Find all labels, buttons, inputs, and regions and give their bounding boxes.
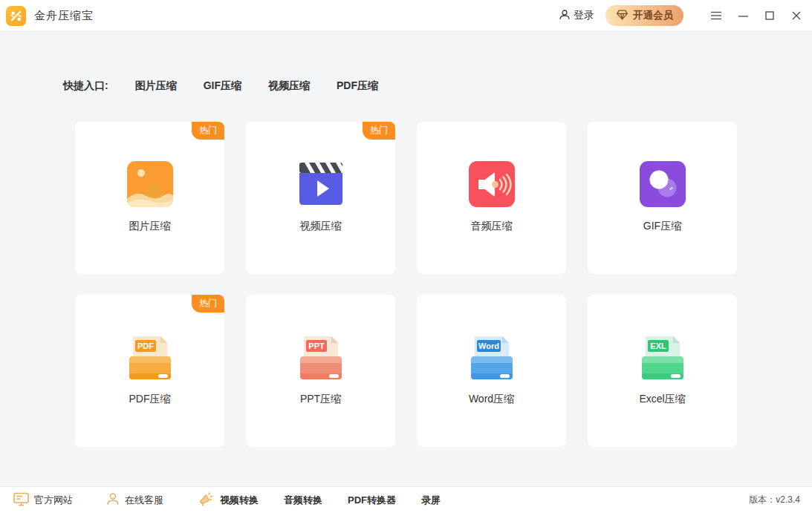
footer-tools: 视频转换 音频转换 PDF转换器 录屏 xyxy=(198,491,441,509)
user-icon xyxy=(559,9,571,23)
login-label: 登录 xyxy=(574,9,594,22)
quick-entry-label: 快捷入口: xyxy=(63,79,108,93)
svg-text:PDF: PDF xyxy=(137,342,154,350)
card-label: 图片压缩 xyxy=(129,220,171,233)
customer-service-label: 在线客服 xyxy=(125,494,163,507)
quick-link-pdf[interactable]: PDF压缩 xyxy=(337,79,378,93)
menu-icon[interactable] xyxy=(711,10,721,21)
customer-service-link[interactable]: 在线客服 xyxy=(106,492,163,508)
gif-compress-icon xyxy=(639,160,686,208)
hot-badge: 热门 xyxy=(192,295,224,313)
card-gif-compress[interactable]: GIF压缩 xyxy=(588,122,737,274)
footer: 官方网站 在线客服 视频转换 xyxy=(0,486,812,513)
video-convert-link[interactable]: 视频转换 xyxy=(198,491,259,509)
hot-badge: 热门 xyxy=(363,122,395,140)
card-pdf-compress[interactable]: 热门 PDF PDF压缩 xyxy=(75,295,224,447)
minimize-icon[interactable] xyxy=(738,10,748,21)
word-compress-icon: Word xyxy=(468,333,516,381)
official-website-link[interactable]: 官方网站 xyxy=(13,492,73,509)
hot-badge: 热门 xyxy=(192,122,224,140)
card-excel-compress[interactable]: EXL Excel压缩 xyxy=(588,295,737,447)
card-label: GIF压缩 xyxy=(643,220,681,233)
image-compress-icon xyxy=(126,160,174,208)
ppt-compress-icon: PPT xyxy=(297,333,345,381)
vip-button[interactable]: 开通会员 xyxy=(605,5,683,26)
card-label: PPT压缩 xyxy=(300,393,341,406)
video-convert-label: 视频转换 xyxy=(220,494,259,507)
card-video-compress[interactable]: 热门 视频压缩 xyxy=(246,122,395,274)
card-label: PDF压缩 xyxy=(129,393,171,406)
app-logo-icon xyxy=(6,6,26,26)
excel-compress-icon: EXL xyxy=(639,333,686,381)
titlebar-right: 登录 开通会员 xyxy=(559,5,802,26)
version-label: 版本：v2.3.4 xyxy=(749,494,800,506)
screen-record-link[interactable]: 录屏 xyxy=(421,494,441,507)
person-icon xyxy=(106,492,120,508)
card-label: 视频压缩 xyxy=(300,220,342,233)
feature-grid: 热门 图片压缩 热门 xyxy=(75,122,737,447)
login-button[interactable]: 登录 xyxy=(559,9,594,23)
diamond-icon xyxy=(616,9,629,23)
card-ppt-compress[interactable]: PPT PPT压缩 xyxy=(246,295,395,447)
pdf-converter-label: PDF转换器 xyxy=(348,494,396,507)
quick-link-gif[interactable]: GIF压缩 xyxy=(204,79,241,93)
card-audio-compress[interactable]: 音频压缩 xyxy=(417,122,566,274)
card-label: 音频压缩 xyxy=(471,220,513,233)
close-icon[interactable] xyxy=(791,10,802,21)
audio-convert-label: 音频转换 xyxy=(284,494,322,507)
vip-button-label: 开通会员 xyxy=(633,9,673,22)
titlebar: 金舟压缩宝 登录 开通会员 xyxy=(0,0,812,32)
official-website-label: 官方网站 xyxy=(34,494,73,507)
card-image-compress[interactable]: 热门 图片压缩 xyxy=(75,122,224,274)
card-word-compress[interactable]: Word Word压缩 xyxy=(417,295,566,447)
quick-entry-row: 快捷入口: 图片压缩 GIF压缩 视频压缩 PDF压缩 xyxy=(0,32,812,93)
card-label: Word压缩 xyxy=(469,393,514,406)
app-title: 金舟压缩宝 xyxy=(34,9,94,23)
maximize-icon[interactable] xyxy=(764,10,775,21)
card-label: Excel压缩 xyxy=(639,393,685,406)
pdf-compress-icon: PDF xyxy=(126,333,174,381)
audio-convert-link[interactable]: 音频转换 xyxy=(284,494,322,507)
megaphone-icon xyxy=(198,491,214,509)
svg-text:EXL: EXL xyxy=(650,342,666,350)
svg-text:Word: Word xyxy=(478,342,499,350)
screen-record-label: 录屏 xyxy=(421,494,441,507)
pdf-converter-link[interactable]: PDF转换器 xyxy=(348,494,396,507)
video-compress-icon xyxy=(297,160,345,208)
svg-text:PPT: PPT xyxy=(308,342,325,350)
audio-compress-icon xyxy=(468,160,516,208)
quick-link-image[interactable]: 图片压缩 xyxy=(135,79,177,93)
main-area: 快捷入口: 图片压缩 GIF压缩 视频压缩 PDF压缩 热门 xyxy=(0,32,812,486)
quick-link-video[interactable]: 视频压缩 xyxy=(268,79,310,93)
monitor-icon xyxy=(13,492,29,509)
